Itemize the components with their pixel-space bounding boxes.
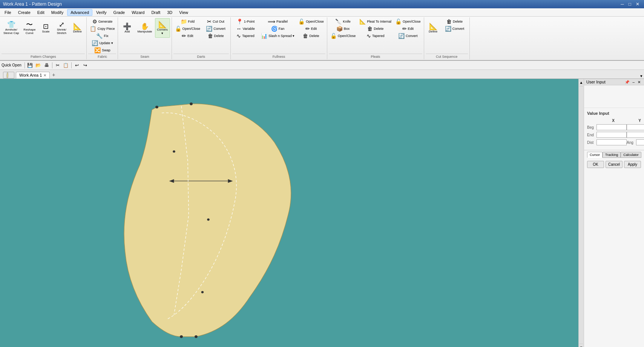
minimize-button[interactable]: ─ xyxy=(619,2,626,7)
end-x-input[interactable] xyxy=(596,132,627,138)
ribbon-btn-add-seam[interactable]: ➕ Add xyxy=(120,18,135,38)
ribbon-btn-slash-spread[interactable]: 📊 Slash n Spread ▾ xyxy=(259,32,296,39)
ribbon-btn-fan[interactable]: 🌀 Fan xyxy=(259,25,296,32)
tool-print[interactable]: 🖶 xyxy=(43,62,51,69)
panel-pin-button[interactable]: 📌 xyxy=(624,80,630,84)
scroll-down-button[interactable]: ▼ xyxy=(580,344,583,347)
ribbon-btn-corners[interactable]: 📐 Corners ▾ xyxy=(155,18,170,38)
menu-advanced[interactable]: Advanced xyxy=(67,9,92,16)
ribbon-btn-delete-fullness[interactable]: 🗑 Delete xyxy=(297,32,325,39)
ribbon-btn-knife[interactable]: 🔪 Knife xyxy=(329,18,357,25)
ribbon-btn-update[interactable]: 🔄 Update ▾ xyxy=(88,40,116,46)
tool-cut[interactable]: ✂ xyxy=(54,62,61,69)
ribbon-btn-reshape[interactable]: 〜 ReshapeCurve xyxy=(21,18,37,38)
panel-minimize-button[interactable]: – xyxy=(631,80,636,84)
cursor-tab-cursor[interactable]: Cursor xyxy=(587,152,603,158)
ribbon-btn-cut-out[interactable]: ✂ Cut Out xyxy=(202,18,229,25)
tab-close-button[interactable]: ✕ xyxy=(43,73,46,77)
ribbon-btn-edit-pleats[interactable]: ✏ Edit xyxy=(394,25,422,32)
ribbon-btn-box[interactable]: 📦 Box xyxy=(329,25,357,32)
ribbon-btn-convert-pleats[interactable]: 🔄 Convert xyxy=(394,32,422,39)
ribbon-btn-open-close-pleats[interactable]: 🔓 Open/Close xyxy=(329,32,357,39)
menu-view[interactable]: View xyxy=(176,9,191,15)
panel-close-button[interactable]: ✕ xyxy=(636,80,642,84)
ribbon-btn-variable[interactable]: ↔ Variable xyxy=(232,25,259,32)
ribbon-btn-edit-darts[interactable]: ✏ Edit xyxy=(173,32,202,39)
menu-edit[interactable]: Edit xyxy=(34,9,48,15)
ribbon-btn-parallel[interactable]: ⟹ Parallel xyxy=(259,18,296,25)
menu-wizard[interactable]: Wizard xyxy=(129,9,147,15)
ribbon-btn-edit-fullness[interactable]: ✏ Edit xyxy=(297,25,325,32)
ribbon-btn-convert-cut[interactable]: 🔄 Convert xyxy=(442,25,468,32)
cancel-button[interactable]: Cancel xyxy=(606,161,623,168)
tapered-fullness-icon: ∿ xyxy=(236,33,241,39)
shrink-icon: ⤢ xyxy=(59,21,64,28)
tab-add-button[interactable]: + xyxy=(50,71,57,79)
ribbon-btn-pleat-internal[interactable]: 📐 Pleat To Internal xyxy=(358,18,393,25)
ribbon-btn-define-cut[interactable]: 📐 Define xyxy=(426,18,441,38)
menu-modify[interactable]: Modify xyxy=(48,9,66,15)
ribbon-btn-open-close-darts[interactable]: 🔓 Open/Close xyxy=(173,25,202,32)
ribbon-btn-define-pc[interactable]: 📐 Define xyxy=(70,18,85,38)
ribbon-btn-fold[interactable]: 📁 Fold xyxy=(173,18,202,25)
scroll-up-button[interactable]: ▲ xyxy=(580,79,583,86)
pattern-thumbnail[interactable] xyxy=(3,72,14,79)
menu-grade[interactable]: Grade xyxy=(110,9,128,15)
ribbon-btn-delete-pleats[interactable]: 🗑 Delete xyxy=(358,25,393,32)
tool-copy[interactable]: 📋 xyxy=(62,62,70,69)
update-icon: 🔄 xyxy=(92,40,98,46)
svg-point-8 xyxy=(173,150,175,153)
tab-dropdown[interactable]: ▾ xyxy=(640,74,642,79)
beg-x-input[interactable] xyxy=(596,124,627,130)
slash-spread-icon: 📊 xyxy=(261,33,267,39)
restore-button[interactable]: □ xyxy=(627,2,633,7)
ribbon-btn-open-close-fullness[interactable]: 🔓 Open/Close xyxy=(297,18,325,25)
ribbon-btn-generate[interactable]: ⚙ Generate xyxy=(88,18,116,25)
tool-redo[interactable]: ↪ xyxy=(81,62,89,69)
ribbon-btn-convert-darts[interactable]: 🔄 Convert xyxy=(202,25,229,32)
tool-undo[interactable]: ↩ xyxy=(73,62,81,69)
tool-save[interactable]: 💾 xyxy=(26,62,34,69)
menu-verify[interactable]: Verify xyxy=(93,9,110,15)
beg-y-input[interactable] xyxy=(627,124,644,130)
close-button[interactable]: ✕ xyxy=(634,2,641,7)
canvas-area[interactable]: TOPPKTFAC xyxy=(0,79,578,347)
ribbon-btn-delete-darts[interactable]: 🗑 Delete xyxy=(202,32,229,39)
ribbon-btn-scale[interactable]: ⊡ Scale xyxy=(38,18,53,38)
ribbon-group-darts: 📁 Fold 🔓 Open/Close ✏ Edit ✂ Cut Out xyxy=(172,17,231,59)
apply-button[interactable]: Apply xyxy=(624,161,641,168)
ribbon-btn-armhole[interactable]: 👕 Armhole/Sleeve Cap xyxy=(2,18,21,38)
ribbon-btn-shrink[interactable]: ⤢ Shrink/Stretch xyxy=(54,18,69,38)
ang-input[interactable] xyxy=(636,139,644,145)
ok-button[interactable]: OK xyxy=(587,161,604,168)
ribbon-btn-delete-cut[interactable]: 🗑 Delete xyxy=(442,18,468,25)
ribbon-btn-fix[interactable]: 🔧 Fix xyxy=(88,32,116,39)
value-input-section: Value Input X Y Beg End xyxy=(584,108,644,150)
ribbon-btn-tapered-pleats[interactable]: ∿ Tapered xyxy=(358,32,393,39)
menu-create[interactable]: Create xyxy=(15,9,34,15)
menu-3d[interactable]: 3D xyxy=(164,9,175,15)
ribbon-btn-copy-piece[interactable]: 📋 Copy Piece xyxy=(88,25,116,32)
menu-file[interactable]: File xyxy=(2,9,14,15)
ang-label: Ang xyxy=(627,140,636,145)
vertical-scrollbar[interactable]: ▲ ▼ xyxy=(578,79,584,347)
menu-draft[interactable]: Draft xyxy=(148,9,163,15)
ribbon-btn-open-close-pleats2[interactable]: 🔓 Open/Close xyxy=(394,18,422,25)
tool-open[interactable]: 📂 xyxy=(35,62,42,69)
svg-point-10 xyxy=(201,291,204,293)
right-panel-title: User Input xyxy=(586,80,606,84)
ribbon-btn-1point[interactable]: 📍 1-Point xyxy=(232,18,259,25)
dist-input[interactable] xyxy=(596,139,627,145)
tab-work-area-1[interactable]: Work Area 1 ✕ xyxy=(16,72,50,79)
svg-point-7 xyxy=(195,335,198,338)
delete-cut-icon: 🗑 xyxy=(446,19,452,24)
ribbon-btn-swap[interactable]: 🔀 Swap xyxy=(88,47,116,54)
beg-label: Beg xyxy=(587,125,596,130)
cursor-tab-calculator[interactable]: Calculator xyxy=(621,152,641,158)
cursor-tab-tracking[interactable]: Tracking xyxy=(603,152,621,158)
edit-fullness-icon: ✏ xyxy=(305,26,310,31)
title-bar-controls: ─ □ ✕ xyxy=(619,2,641,7)
ribbon-btn-tapered-fullness[interactable]: ∿ Tapered xyxy=(232,32,259,39)
ribbon-btn-manipulate[interactable]: ✋ Manipulate xyxy=(135,18,154,38)
end-y-input[interactable] xyxy=(627,132,644,138)
